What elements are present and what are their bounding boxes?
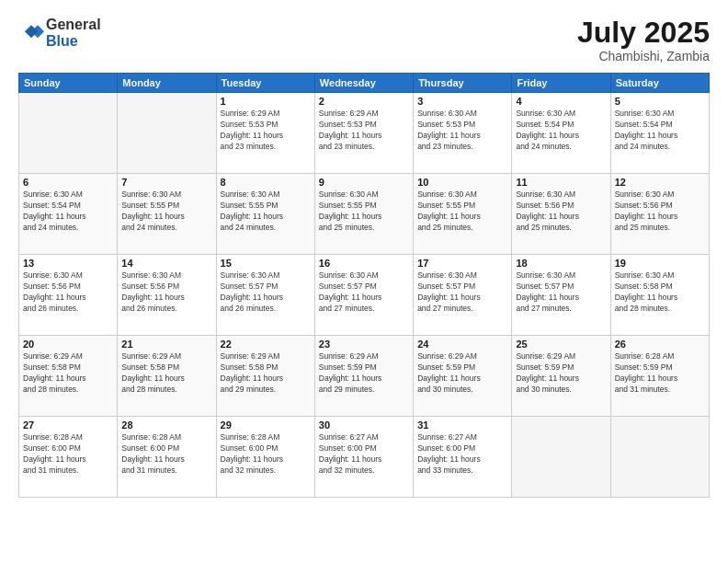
calendar-cell (118, 93, 216, 174)
day-number: 28 (121, 419, 211, 431)
day-info: Sunrise: 6:30 AM Sunset: 5:55 PM Dayligh… (121, 190, 211, 234)
day-info: Sunrise: 6:30 AM Sunset: 5:56 PM Dayligh… (516, 190, 606, 234)
day-number: 10 (417, 177, 507, 188)
week-row-3: 20Sunrise: 6:29 AM Sunset: 5:58 PM Dayli… (19, 336, 710, 417)
day-number: 14 (121, 258, 211, 269)
header-row: SundayMondayTuesdayWednesdayThursdayFrid… (19, 74, 710, 93)
day-number: 12 (615, 177, 705, 188)
day-info: Sunrise: 6:30 AM Sunset: 5:56 PM Dayligh… (23, 270, 113, 315)
day-info: Sunrise: 6:29 AM Sunset: 5:58 PM Dayligh… (221, 351, 311, 396)
day-number: 21 (121, 339, 211, 350)
day-info: Sunrise: 6:30 AM Sunset: 5:57 PM Dayligh… (516, 270, 606, 315)
header-cell-friday: Friday (512, 74, 610, 93)
calendar-cell: 4Sunrise: 6:30 AM Sunset: 5:54 PM Daylig… (512, 93, 610, 174)
day-number: 19 (615, 258, 705, 269)
day-info: Sunrise: 6:27 AM Sunset: 6:00 PM Dayligh… (319, 432, 409, 477)
calendar-cell: 18Sunrise: 6:30 AM Sunset: 5:57 PM Dayli… (512, 255, 610, 336)
calendar-cell (19, 93, 118, 174)
day-info: Sunrise: 6:30 AM Sunset: 5:56 PM Dayligh… (615, 190, 705, 234)
calendar-table: SundayMondayTuesdayWednesdayThursdayFrid… (18, 73, 710, 498)
calendar-cell: 2Sunrise: 6:29 AM Sunset: 5:53 PM Daylig… (314, 93, 413, 174)
calendar-header: SundayMondayTuesdayWednesdayThursdayFrid… (19, 74, 710, 93)
calendar-cell: 29Sunrise: 6:28 AM Sunset: 6:00 PM Dayli… (216, 417, 314, 498)
calendar-cell: 19Sunrise: 6:30 AM Sunset: 5:58 PM Dayli… (610, 255, 709, 336)
day-number: 20 (23, 339, 113, 350)
calendar-cell: 9Sunrise: 6:30 AM Sunset: 5:55 PM Daylig… (314, 174, 413, 255)
calendar-cell: 6Sunrise: 6:30 AM Sunset: 5:54 PM Daylig… (19, 174, 118, 255)
day-number: 24 (417, 339, 507, 350)
day-info: Sunrise: 6:30 AM Sunset: 5:54 PM Dayligh… (23, 190, 113, 234)
day-info: Sunrise: 6:29 AM Sunset: 5:58 PM Dayligh… (23, 351, 113, 396)
calendar-cell: 31Sunrise: 6:27 AM Sunset: 6:00 PM Dayli… (414, 417, 512, 498)
day-number: 1 (221, 96, 311, 107)
day-info: Sunrise: 6:28 AM Sunset: 6:00 PM Dayligh… (121, 432, 211, 477)
page: General Blue July 2025 Chambishi, Zambia… (0, 0, 728, 563)
day-number: 13 (23, 258, 113, 269)
day-info: Sunrise: 6:29 AM Sunset: 5:53 PM Dayligh… (319, 109, 409, 153)
calendar-cell: 11Sunrise: 6:30 AM Sunset: 5:56 PM Dayli… (512, 174, 610, 255)
header-cell-tuesday: Tuesday (216, 74, 314, 93)
calendar-cell: 24Sunrise: 6:29 AM Sunset: 5:59 PM Dayli… (414, 336, 512, 417)
title-block: July 2025 Chambishi, Zambia (577, 17, 710, 63)
day-info: Sunrise: 6:29 AM Sunset: 5:59 PM Dayligh… (417, 351, 507, 396)
header-cell-wednesday: Wednesday (314, 74, 413, 93)
day-number: 7 (121, 177, 211, 188)
day-info: Sunrise: 6:30 AM Sunset: 5:56 PM Dayligh… (121, 270, 211, 315)
calendar-cell: 10Sunrise: 6:30 AM Sunset: 5:55 PM Dayli… (414, 174, 512, 255)
week-row-0: 1Sunrise: 6:29 AM Sunset: 5:53 PM Daylig… (19, 93, 710, 174)
calendar-cell (512, 417, 610, 498)
day-number: 15 (221, 258, 311, 269)
day-number: 5 (615, 96, 705, 107)
calendar-cell: 23Sunrise: 6:29 AM Sunset: 5:59 PM Dayli… (314, 336, 413, 417)
day-number: 4 (516, 96, 606, 107)
day-number: 26 (615, 339, 705, 350)
day-info: Sunrise: 6:29 AM Sunset: 5:59 PM Dayligh… (319, 351, 409, 396)
day-info: Sunrise: 6:29 AM Sunset: 5:59 PM Dayligh… (516, 351, 606, 396)
week-row-1: 6Sunrise: 6:30 AM Sunset: 5:54 PM Daylig… (19, 174, 710, 255)
logo-blue: Blue (46, 33, 101, 50)
day-info: Sunrise: 6:30 AM Sunset: 5:55 PM Dayligh… (221, 190, 311, 234)
calendar-cell: 8Sunrise: 6:30 AM Sunset: 5:55 PM Daylig… (216, 174, 314, 255)
logo: General Blue (18, 17, 101, 49)
day-number: 9 (319, 177, 409, 188)
calendar-cell: 7Sunrise: 6:30 AM Sunset: 5:55 PM Daylig… (118, 174, 216, 255)
day-info: Sunrise: 6:29 AM Sunset: 5:53 PM Dayligh… (221, 109, 311, 153)
calendar-cell: 12Sunrise: 6:30 AM Sunset: 5:56 PM Dayli… (610, 174, 709, 255)
day-number: 23 (319, 339, 409, 350)
day-number: 25 (516, 339, 606, 350)
calendar-cell: 28Sunrise: 6:28 AM Sunset: 6:00 PM Dayli… (118, 417, 216, 498)
day-number: 2 (319, 96, 409, 107)
day-info: Sunrise: 6:30 AM Sunset: 5:55 PM Dayligh… (417, 190, 507, 234)
day-number: 6 (23, 177, 113, 188)
day-number: 8 (221, 177, 311, 188)
day-number: 31 (417, 419, 507, 431)
day-info: Sunrise: 6:30 AM Sunset: 5:54 PM Dayligh… (516, 109, 606, 153)
day-info: Sunrise: 6:30 AM Sunset: 5:57 PM Dayligh… (417, 270, 507, 315)
header-cell-thursday: Thursday (414, 74, 512, 93)
location: Chambishi, Zambia (577, 49, 710, 63)
logo-icon (18, 20, 44, 46)
day-info: Sunrise: 6:30 AM Sunset: 5:57 PM Dayligh… (319, 270, 409, 315)
week-row-2: 13Sunrise: 6:30 AM Sunset: 5:56 PM Dayli… (19, 255, 710, 336)
calendar-cell (610, 417, 709, 498)
day-number: 22 (221, 339, 311, 350)
calendar-body: 1Sunrise: 6:29 AM Sunset: 5:53 PM Daylig… (19, 93, 710, 498)
day-info: Sunrise: 6:28 AM Sunset: 6:00 PM Dayligh… (221, 432, 311, 477)
day-info: Sunrise: 6:29 AM Sunset: 5:58 PM Dayligh… (121, 351, 211, 396)
day-info: Sunrise: 6:30 AM Sunset: 5:54 PM Dayligh… (615, 109, 705, 153)
day-number: 11 (516, 177, 606, 188)
calendar-cell: 20Sunrise: 6:29 AM Sunset: 5:58 PM Dayli… (19, 336, 118, 417)
calendar-cell: 25Sunrise: 6:29 AM Sunset: 5:59 PM Dayli… (512, 336, 610, 417)
day-info: Sunrise: 6:28 AM Sunset: 5:59 PM Dayligh… (615, 351, 705, 396)
logo-text: General Blue (46, 17, 101, 49)
calendar-cell: 3Sunrise: 6:30 AM Sunset: 5:53 PM Daylig… (414, 93, 512, 174)
day-number: 27 (23, 419, 113, 431)
day-info: Sunrise: 6:30 AM Sunset: 5:55 PM Dayligh… (319, 190, 409, 234)
calendar-cell: 16Sunrise: 6:30 AM Sunset: 5:57 PM Dayli… (314, 255, 413, 336)
calendar-cell: 30Sunrise: 6:27 AM Sunset: 6:00 PM Dayli… (314, 417, 413, 498)
calendar-cell: 1Sunrise: 6:29 AM Sunset: 5:53 PM Daylig… (216, 93, 314, 174)
day-info: Sunrise: 6:30 AM Sunset: 5:53 PM Dayligh… (417, 109, 507, 153)
day-number: 16 (319, 258, 409, 269)
month-title: July 2025 (577, 17, 710, 49)
week-row-4: 27Sunrise: 6:28 AM Sunset: 6:00 PM Dayli… (19, 417, 710, 498)
